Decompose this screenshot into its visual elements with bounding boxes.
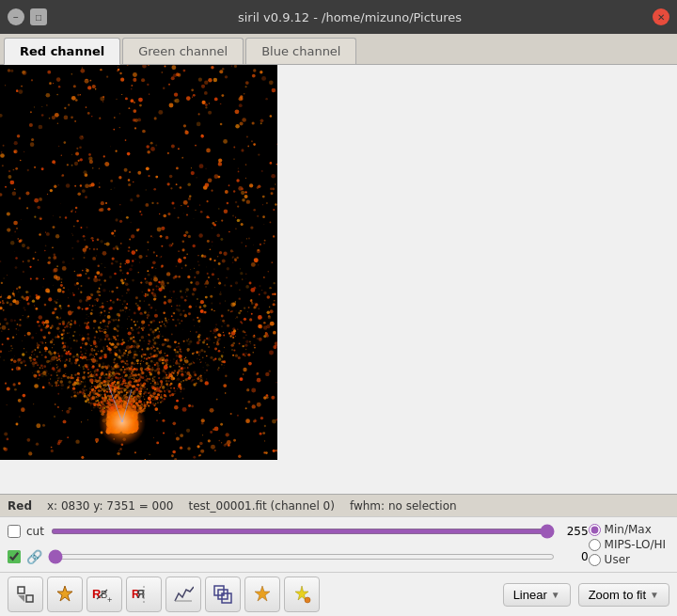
flip-button[interactable]: R R — [126, 577, 162, 612]
cut-value: 255 — [560, 525, 589, 538]
dropdown-arrow-icon: ▼ — [551, 590, 560, 600]
radio-user[interactable]: User — [589, 553, 666, 566]
titlebar: − □ siril v0.9.12 - /home/mizuno/Picture… — [0, 0, 677, 34]
star-button[interactable] — [244, 577, 280, 612]
svg-marker-3 — [57, 586, 72, 601]
svg-rect-1 — [26, 595, 33, 602]
controls-row-container: cut 255 🔗 0 Min/Max — [8, 521, 669, 568]
controls-area: cut 255 🔗 0 Min/Max — [0, 516, 677, 572]
radio-minmax-input[interactable] — [589, 524, 601, 536]
status-coords: x: 0830 y: 7351 = 000 — [47, 499, 174, 513]
tab-bar: Red channel Green channel Blue channel — [0, 34, 677, 65]
star-icon — [252, 584, 273, 605]
comet-image — [0, 65, 277, 460]
linear-label: Linear — [513, 588, 547, 602]
svg-rect-14 — [218, 590, 228, 599]
zoom-button[interactable]: Zoom to fit ▼ — [578, 583, 669, 607]
bottom-toolbar: R B + R R — [0, 572, 677, 616]
status-fwhm: fwhm: no selection — [350, 499, 457, 513]
transform-button[interactable] — [8, 577, 43, 612]
radio-group: Min/Max MIPS-LO/HI User — [589, 523, 669, 566]
tab-green-channel[interactable]: Green channel — [122, 38, 244, 64]
radio-user-label: User — [605, 553, 630, 566]
histogram-icon — [173, 584, 194, 605]
cut-label: cut — [26, 525, 45, 538]
content-area — [0, 65, 677, 494]
radio-minmax[interactable]: Min/Max — [589, 523, 666, 536]
close-button[interactable]: ✕ — [653, 8, 669, 25]
svg-marker-2 — [18, 595, 24, 602]
channel-rb-icon: R B + — [91, 584, 118, 605]
main-window: Red channel Green channel Blue channel R… — [0, 34, 677, 616]
linear-dropdown[interactable]: Linear ▼ — [503, 583, 571, 607]
minimize-button[interactable]: − — [8, 8, 24, 25]
layers-icon — [213, 584, 233, 605]
lo-slider[interactable] — [48, 554, 555, 560]
cut-checkbox[interactable] — [8, 525, 21, 538]
tab-red-channel[interactable]: Red channel — [4, 38, 120, 65]
radio-mips[interactable]: MIPS-LO/HI — [589, 538, 666, 551]
magic-button[interactable] — [284, 577, 320, 612]
zoom-arrow-icon: ▼ — [650, 590, 659, 600]
maximize-button[interactable]: □ — [30, 8, 47, 25]
cut-row: cut 255 — [8, 525, 589, 538]
cut-slider[interactable] — [51, 529, 555, 534]
layers-button[interactable] — [205, 577, 241, 612]
transform-icon — [15, 584, 36, 605]
svg-point-17 — [305, 597, 310, 603]
radio-mips-input[interactable] — [589, 539, 601, 551]
right-panel — [277, 65, 677, 494]
channel-rb-button[interactable]: R B + — [87, 577, 122, 612]
statusbar: Red x: 0830 y: 7351 = 000 test_00001.fit… — [0, 494, 677, 516]
svg-text:+: + — [107, 595, 112, 605]
status-filename: test_00001.fit (channel 0) — [189, 499, 335, 513]
window-title: siril v0.9.12 - /home/mizuno/Pictures — [47, 10, 653, 24]
histogram-button[interactable] — [165, 577, 201, 612]
lo-row: 🔗 0 — [8, 549, 589, 564]
radio-user-input[interactable] — [589, 554, 601, 566]
magic-icon — [291, 584, 312, 605]
link-icon[interactable]: 🔗 — [26, 549, 42, 564]
lo-value: 0 — [560, 550, 589, 563]
tab-blue-channel[interactable]: Blue channel — [245, 38, 356, 64]
svg-marker-15 — [255, 586, 270, 601]
paint-button[interactable] — [47, 577, 83, 612]
radio-minmax-label: Min/Max — [605, 523, 652, 536]
radio-mips-label: MIPS-LO/HI — [605, 538, 666, 551]
lo-checkbox[interactable] — [8, 550, 21, 563]
svg-rect-0 — [18, 587, 24, 593]
slider-section: cut 255 🔗 0 — [8, 521, 589, 568]
image-panel[interactable] — [0, 65, 277, 460]
zoom-label: Zoom to fit — [589, 588, 646, 602]
flip-icon: R R — [131, 584, 157, 605]
status-channel: Red — [8, 499, 32, 513]
paint-icon — [55, 584, 75, 605]
